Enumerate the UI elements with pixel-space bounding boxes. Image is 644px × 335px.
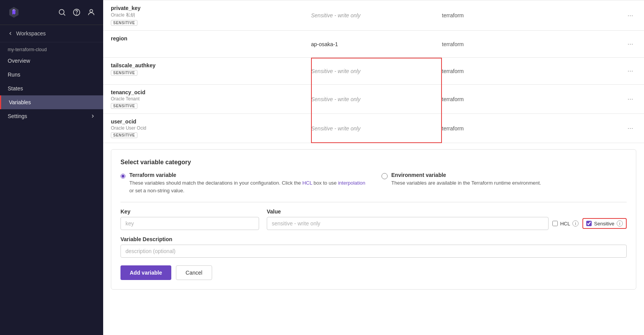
var-actions-col: ··· <box>519 118 636 138</box>
hcl-info-icon[interactable]: i <box>572 220 579 227</box>
var-actions-col: ··· <box>519 35 636 53</box>
row-menu-button[interactable]: ··· <box>624 38 636 50</box>
var-value-col: Sensitive - write only <box>311 89 442 109</box>
var-name-col: tailscale_authkey SENSITIVE <box>111 62 311 80</box>
var-category: terraform <box>442 125 464 132</box>
highlighted-rows-group: tailscale_authkey SENSITIVE Sensitive - … <box>103 58 644 143</box>
var-category: terraform <box>442 12 464 18</box>
table-row: region ap-osaka-1 terraform ··· <box>103 31 644 58</box>
terraform-radio-label: Terraform variable <box>129 172 366 178</box>
search-icon[interactable] <box>58 8 66 17</box>
var-category-col: terraform <box>442 62 519 80</box>
row-menu-button[interactable]: ··· <box>624 65 636 77</box>
var-badge: SENSITIVE <box>111 20 137 26</box>
add-variable-button[interactable]: Add variable <box>120 265 171 280</box>
sidebar: Workspaces my-terraform-cloud Overview R… <box>0 0 103 335</box>
interpolation-link[interactable]: interpolation <box>338 180 365 186</box>
hcl-checkbox[interactable] <box>552 221 558 226</box>
table-row: tailscale_authkey SENSITIVE Sensitive - … <box>103 58 644 85</box>
form-actions: Add variable Cancel <box>120 265 627 280</box>
sidebar-item-settings[interactable]: Settings <box>0 109 103 123</box>
key-label: Key <box>120 208 259 215</box>
table-row: tenancy_ocid Oracle Tenant SENSITIVE Sen… <box>103 85 644 114</box>
var-name-col: tenancy_ocid Oracle Tenant SENSITIVE <box>111 89 311 109</box>
sensitive-checkbox-group: Sensitive i <box>582 218 627 229</box>
desc-label: Variable Description <box>120 236 627 242</box>
sensitive-info-icon[interactable]: i <box>617 220 623 227</box>
value-input[interactable] <box>267 217 549 230</box>
var-name: region <box>111 35 303 42</box>
var-desc: Oracle Tenant <box>111 96 303 102</box>
sidebar-item-states[interactable]: States <box>0 82 103 95</box>
description-field: Variable Description <box>120 236 627 258</box>
terraform-radio-desc: These variables should match the declara… <box>129 179 366 194</box>
var-name-col: private_key Oracle 私钥 SENSITIVE <box>111 5 311 26</box>
hcl-checkbox-group: HCL i <box>552 220 579 227</box>
var-category: terraform <box>442 41 464 47</box>
terraform-variable-option[interactable]: Terraform variable These variables shoul… <box>120 172 366 194</box>
row-menu-button[interactable]: ··· <box>624 10 636 21</box>
table-row: private_key Oracle 私钥 SENSITIVE Sensitiv… <box>103 0 644 31</box>
variable-category-radio-group: Terraform variable These variables shoul… <box>120 172 627 194</box>
user-icon[interactable] <box>87 8 95 17</box>
var-name: private_key <box>111 5 303 11</box>
env-radio-desc: These variables are available in the Ter… <box>391 179 541 187</box>
var-category-col: terraform <box>442 5 519 26</box>
form-title: Select variable category <box>120 159 627 166</box>
hcl-link[interactable]: HCL <box>302 180 312 186</box>
var-value-col: Sensitive - write only <box>311 5 442 26</box>
back-label: Workspaces <box>16 30 46 37</box>
var-name-col: region <box>111 35 311 53</box>
header-icons <box>58 8 95 17</box>
sidebar-item-overview[interactable]: Overview <box>0 54 103 68</box>
row-menu-button[interactable]: ··· <box>624 93 636 105</box>
var-value: ap-osaka-1 <box>311 41 338 47</box>
var-value: Sensitive - write only <box>311 68 360 74</box>
var-desc: Oracle 私钥 <box>111 12 303 18</box>
value-field: Value HCL i Sensitive i <box>267 208 627 230</box>
var-value: Sensitive - write only <box>311 96 360 102</box>
var-value: Sensitive - write only <box>311 12 360 18</box>
logo-icon <box>8 6 20 18</box>
var-badge: SENSITIVE <box>111 132 137 138</box>
row-menu-button[interactable]: ··· <box>624 123 636 134</box>
svg-point-5 <box>77 14 77 14</box>
env-radio-input[interactable] <box>381 173 388 179</box>
sidebar-item-runs[interactable]: Runs <box>0 68 103 82</box>
var-actions-col: ··· <box>519 89 636 109</box>
var-badge: SENSITIVE <box>111 70 137 76</box>
var-actions-col: ··· <box>519 5 636 26</box>
sidebar-header <box>0 0 103 25</box>
key-input[interactable] <box>120 217 259 230</box>
var-category-col: terraform <box>442 35 519 53</box>
var-actions-col: ··· <box>519 62 636 80</box>
back-to-workspaces[interactable]: Workspaces <box>0 25 103 42</box>
key-value-row: Key Value HCL i Sensitive <box>120 208 627 230</box>
chevron-left-icon <box>8 31 13 36</box>
form-divider <box>120 202 627 202</box>
var-name-col: user_ocid Oracle User Ocid SENSITIVE <box>111 118 311 138</box>
chevron-right-icon <box>90 113 95 119</box>
env-radio-label: Environment variable <box>391 172 541 178</box>
cancel-button[interactable]: Cancel <box>176 265 212 280</box>
var-category: terraform <box>442 68 464 74</box>
var-value-col: Sensitive - write only <box>311 62 442 80</box>
description-input[interactable] <box>120 245 627 258</box>
env-variable-option[interactable]: Environment variable These variables are… <box>381 172 627 194</box>
help-icon[interactable] <box>72 8 81 17</box>
var-name: tailscale_authkey <box>111 62 303 68</box>
var-value-col: Sensitive - write only <box>311 118 442 138</box>
var-name: user_ocid <box>111 118 303 125</box>
value-row: HCL i Sensitive i <box>267 217 627 230</box>
svg-point-2 <box>59 10 64 15</box>
table-row: user_ocid Oracle User Ocid SENSITIVE Sen… <box>103 114 644 143</box>
var-desc: Oracle User Ocid <box>111 125 303 131</box>
sidebar-item-variables[interactable]: Variables <box>0 95 103 109</box>
description-row: Variable Description <box>120 236 627 258</box>
var-value-col: ap-osaka-1 <box>311 35 442 53</box>
svg-point-6 <box>90 10 92 12</box>
sensitive-checkbox[interactable] <box>586 221 592 226</box>
var-category-col: terraform <box>442 89 519 109</box>
terraform-radio-input[interactable] <box>120 173 125 179</box>
hcl-label: HCL <box>560 221 570 227</box>
